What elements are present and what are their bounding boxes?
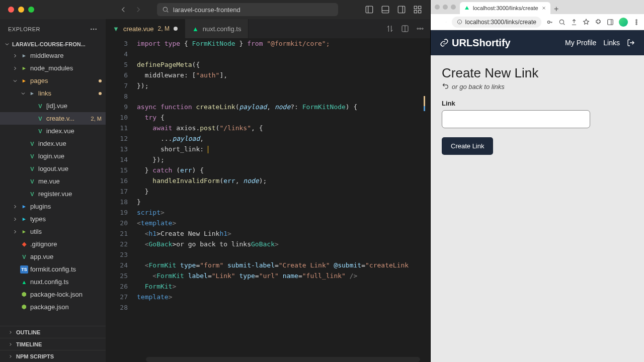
tree-item[interactable]: ⬢package-lock.json [0, 288, 106, 301]
maximize-window-icon[interactable] [28, 7, 34, 13]
nav-my-profile[interactable]: My Profile [565, 39, 596, 47]
browser-window-controls[interactable] [435, 5, 456, 10]
logout-icon[interactable] [627, 39, 635, 47]
page-heading: Create New Link [442, 65, 633, 81]
tab-modified-dot[interactable] [174, 27, 178, 31]
svg-rect-1 [366, 6, 373, 13]
svg-point-20 [636, 21, 637, 22]
vscode-window: laravel-course-frontend EXPLORER LARAVEL… [0, 0, 430, 362]
svg-rect-2 [382, 6, 389, 13]
tree-item[interactable]: ▸plugins [0, 200, 106, 213]
minimap-highlight [424, 96, 425, 106]
favicon-nuxt-icon [464, 5, 470, 11]
close-icon[interactable] [435, 5, 440, 10]
svg-rect-4 [414, 6, 417, 9]
tree-item[interactable]: ⬢package.json [0, 301, 106, 313]
compare-icon[interactable] [386, 25, 394, 33]
chevron-down-icon [4, 41, 10, 47]
close-window-icon[interactable] [8, 7, 14, 13]
tree-item[interactable]: Vindex.vue [0, 125, 106, 137]
create-link-button[interactable]: Create Link [442, 137, 493, 155]
tree-item[interactable]: Vcreate.v...2, M [0, 112, 106, 125]
command-search[interactable]: laravel-course-frontend [157, 3, 338, 16]
explorer-title: EXPLORER [8, 26, 40, 32]
panel-timeline[interactable]: TIMELINE [0, 338, 106, 350]
close-tab-icon[interactable] [541, 6, 546, 11]
vue-file-icon: ▼ [113, 25, 119, 33]
layout-panel-icon[interactable] [381, 5, 390, 14]
horizontal-scrollbar[interactable] [146, 357, 420, 362]
svg-point-17 [559, 20, 564, 24]
svg-point-12 [417, 28, 419, 30]
app-logo[interactable]: URLShortify [440, 37, 511, 49]
nav-links[interactable]: Links [603, 39, 620, 47]
window-controls[interactable] [8, 7, 34, 13]
bookmark-icon[interactable] [583, 19, 590, 26]
code-editor[interactable]: 3456789101112131415161718192021222324252… [106, 38, 430, 362]
browser-menu-icon[interactable] [633, 19, 640, 26]
tree-item[interactable]: ▸middleware [0, 49, 106, 62]
svg-point-21 [636, 23, 637, 24]
tree-item[interactable]: ▸pages [0, 74, 106, 87]
tree-item[interactable]: ▸types [0, 213, 106, 225]
extensions-icon[interactable] [595, 19, 602, 26]
panel-npm scripts[interactable]: NPM SCRIPTS [0, 350, 106, 362]
explorer-more-icon[interactable] [90, 25, 98, 33]
svg-rect-3 [398, 6, 405, 13]
tree-item[interactable]: ◆.gitignore [0, 238, 106, 250]
password-icon[interactable] [546, 19, 553, 26]
panel-outline[interactable]: OUTLINE [0, 326, 106, 338]
project-root[interactable]: LARAVEL-COURSE-FRON... [0, 39, 106, 49]
svg-point-9 [93, 29, 95, 30]
profile-avatar[interactable] [619, 18, 628, 27]
svg-rect-5 [419, 6, 421, 9]
link-input[interactable] [442, 110, 590, 128]
tree-item[interactable]: ▸node_modules [0, 62, 106, 74]
nav-back-icon[interactable] [119, 5, 128, 14]
line-gutter: 3456789101112131415161718192021222324252… [106, 38, 137, 362]
undo-icon [442, 83, 449, 90]
tree-item[interactable]: Vapp.vue [0, 250, 106, 263]
browser-tab[interactable]: localhost:3000/links/create [460, 2, 550, 14]
page-content: Create New Link or go back to links Link… [431, 55, 644, 362]
sidepanel-icon[interactable] [607, 19, 614, 26]
svg-point-10 [95, 29, 97, 30]
site-info-icon[interactable] [457, 19, 462, 25]
tab-nuxt-config[interactable]: ▲ nuxt.config.ts [185, 19, 249, 38]
tree-item[interactable]: Vlogin.vue [0, 150, 106, 162]
layout-secondary-icon[interactable] [397, 5, 406, 14]
share-icon[interactable] [571, 19, 578, 26]
tree-item[interactable]: Vme.vue [0, 175, 106, 188]
minimize-icon[interactable] [443, 5, 448, 10]
maximize-icon[interactable] [451, 5, 456, 10]
tab-create-vue[interactable]: ▼ create.vue 2, M [106, 19, 185, 38]
tree-item[interactable]: Vindex.vue [0, 137, 106, 150]
new-tab-button[interactable]: + [551, 4, 561, 14]
tree-item[interactable]: Vlogout.vue [0, 162, 106, 175]
tree-item[interactable]: ▸links [0, 87, 106, 100]
split-editor-icon[interactable] [401, 25, 409, 33]
tree-item[interactable]: Vregister.vue [0, 188, 106, 200]
url-bar[interactable]: localhost:3000/links/create [452, 17, 541, 28]
minimize-window-icon[interactable] [18, 7, 24, 13]
tree-item[interactable]: ▸utils [0, 225, 106, 238]
zoom-icon[interactable] [558, 19, 566, 26]
svg-rect-18 [608, 19, 613, 25]
tree-item[interactable]: ▲nuxt.config.ts [0, 276, 106, 288]
customize-layout-icon[interactable] [413, 5, 422, 14]
nav-forward-icon[interactable] [134, 5, 143, 14]
browser-window: localhost:3000/links/create + localhost:… [430, 0, 644, 362]
svg-point-13 [420, 28, 421, 30]
code-content[interactable]: import type { FormKitNode } from "@formk… [137, 38, 430, 362]
layout-primary-icon[interactable] [365, 5, 374, 14]
tree-item[interactable]: V[id].vue [0, 100, 106, 112]
svg-rect-6 [414, 11, 417, 13]
browser-reload-icon[interactable] [446, 19, 446, 26]
editor-tabs: ▼ create.vue 2, M ▲ nuxt.config.ts [106, 19, 430, 38]
tree-item[interactable]: TSformkit.config.ts [0, 263, 106, 276]
go-back-link[interactable]: or go back to links [442, 83, 633, 90]
browser-back-icon[interactable] [435, 19, 435, 26]
browser-forward-icon[interactable] [440, 19, 441, 26]
svg-point-14 [422, 28, 423, 30]
editor-more-icon[interactable] [416, 25, 424, 33]
